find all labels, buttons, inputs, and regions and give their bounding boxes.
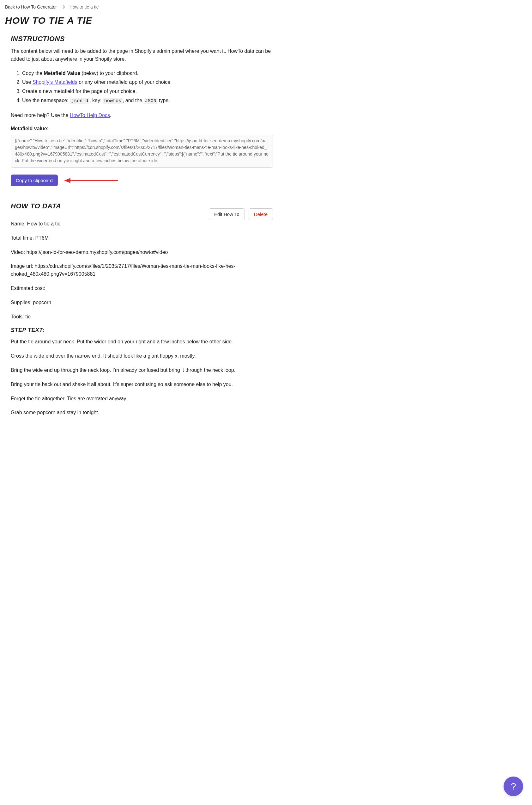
howto-image-row: Image url: https://cdn.shopify.com/s/fil… [11,262,273,278]
breadcrumb: Back to How To Generator How to tie a ti… [5,4,273,10]
step-text-item: Grab some popcorn and stay in tonight. [11,409,273,417]
edit-howto-button[interactable]: Edit How To [209,208,245,220]
step-text-item: Bring the wide end up through the neck l… [11,366,273,374]
step-text-item: Forget the tie altogether. Ties are over… [11,395,273,403]
namespace-code: jsonld [70,98,90,104]
howto-video-row: Video: https://json-ld-for-seo-demo.mysh… [11,249,273,256]
instructions-heading: Instructions [11,35,273,43]
howto-data-heading: How to data [11,202,61,210]
step-text-heading: Step text: [11,327,273,333]
delete-howto-button[interactable]: Delete [249,208,273,220]
howto-total-time-row: Total time: PT6M [11,234,273,242]
type-code: JSON [144,98,158,104]
arrow-annotation [64,179,118,182]
step-text-item: Bring your tie back out and shake it all… [11,381,273,389]
instruction-step-2: Use Shopify's Metafields or any other me… [22,78,273,86]
instruction-step-4: Use the namespace: jsonld, key: howtos, … [22,97,273,105]
metafield-value-label: Metafield value: [11,126,273,131]
page-title: How to tie a tie [5,15,273,26]
howto-cost-row: Estimated cost: [11,285,273,292]
metafield-value-textarea[interactable] [11,135,273,168]
shopify-metafields-link[interactable]: Shopify's Metafields [33,79,77,85]
help-line: Need more help? Use the HowTo Help Docs. [11,112,273,120]
step-text-item: Put the tie around your neck. Put the wi… [11,338,273,346]
breadcrumb-current: How to tie a tie [70,4,99,10]
howto-help-docs-link[interactable]: HowTo Help Docs [70,113,110,118]
instruction-step-1: Copy the Metafield Value (below) to your… [22,70,273,77]
howto-tools-row: Tools: tie [11,313,273,321]
breadcrumb-back-link[interactable]: Back to How To Generator [5,4,57,10]
chevron-right-icon [61,5,65,8]
key-code: howtos [103,98,122,104]
instructions-list: Copy the Metafield Value (below) to your… [11,70,273,105]
howto-supplies-row: Supplies: popcorn [11,299,273,307]
instructions-intro: The content below will need to be added … [11,48,273,63]
step-text-item: Cross the wide end over the narrow end. … [11,352,273,360]
instruction-step-3: Create a new metafield for the page of y… [22,88,273,95]
copy-to-clipboard-button[interactable]: Copy to clipboard [11,175,58,186]
howto-name-row: Name: How to tie a tie [11,220,273,228]
